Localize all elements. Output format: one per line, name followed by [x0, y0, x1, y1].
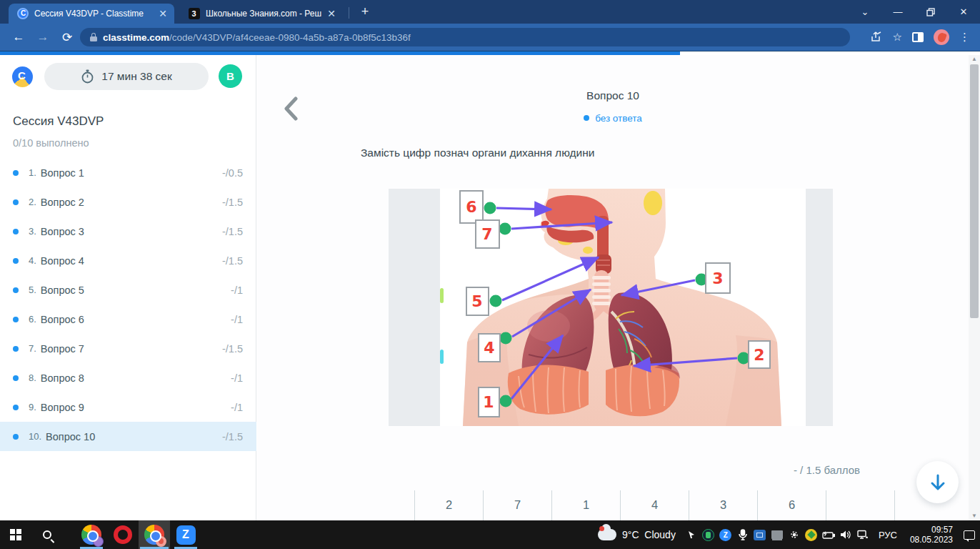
timer-pill: 17 мин 38 сек — [44, 63, 209, 90]
share-icon[interactable] — [871, 31, 883, 44]
taskbar-chrome-2-active[interactable] — [139, 520, 170, 549]
question-list-item[interactable]: 3. Вопрос 3 -/1.5 — [0, 217, 256, 246]
tray-diamond-icon[interactable] — [803, 520, 820, 549]
browser-profile-avatar[interactable] — [934, 29, 949, 45]
classtime-favicon-icon — [17, 8, 29, 19]
refresh-icon[interactable]: ⟳ — [57, 27, 77, 47]
answer-cell[interactable]: 2 — [414, 490, 483, 520]
minimize-button[interactable]: — — [881, 0, 914, 24]
question-list-item[interactable]: 2. Вопрос 2 -/1.5 — [0, 187, 256, 217]
question-label: Вопрос 10 — [46, 431, 95, 442]
question-list-item[interactable]: 10. Вопрос 10 -/1.5 — [0, 422, 256, 451]
new-tab-button[interactable]: + — [356, 4, 374, 20]
forward-nav-icon[interactable]: → — [33, 27, 53, 47]
tray-network-icon[interactable] — [854, 520, 871, 549]
tray-screen-record-icon[interactable] — [786, 520, 803, 549]
question-list-item[interactable]: 5. Вопрос 5 -/1 — [0, 275, 256, 305]
question-score: -/1.5 — [222, 226, 243, 237]
tab-close-icon[interactable]: ✕ — [159, 8, 167, 19]
back-nav-icon[interactable]: ← — [9, 27, 29, 47]
question-score: -/1 — [231, 314, 243, 325]
answer-cell[interactable]: 7 — [483, 490, 551, 520]
cursor-arrow-icon — [688, 530, 695, 539]
label-number-5: 5 — [471, 292, 482, 310]
question-number: 9. — [29, 402, 36, 412]
question-dot-icon — [13, 375, 19, 381]
language-indicator[interactable]: РУС — [871, 530, 904, 540]
action-center-button[interactable] — [959, 520, 980, 549]
label-dots — [484, 202, 750, 407]
answer-value: 7 — [514, 498, 521, 512]
taskbar-weather[interactable]: 9°C Cloudy — [591, 529, 683, 540]
znanija-favicon-icon — [189, 8, 200, 19]
close-window-button[interactable]: ✕ — [947, 0, 980, 24]
url-bar[interactable]: classtime.com/code/V43DVP/af4ceeae-0980-… — [80, 28, 850, 46]
question-list-item[interactable]: 6. Вопрос 6 -/1 — [0, 305, 256, 334]
user-avatar[interactable]: B — [219, 64, 242, 88]
question-list-item[interactable]: 7. Вопрос 7 -/1.5 — [0, 334, 256, 363]
scrollbar-up-icon[interactable]: ▲ — [969, 55, 980, 64]
scrollbar-thumb[interactable] — [970, 64, 979, 318]
tray-display-icon[interactable] — [769, 520, 786, 549]
question-score: -/1 — [231, 402, 243, 413]
answer-cell[interactable]: 6 — [757, 490, 826, 520]
question-number: 8. — [29, 372, 36, 383]
question-number: 2. — [29, 197, 36, 207]
tray-zoom-icon[interactable]: Z — [717, 520, 734, 549]
question-dot-icon — [13, 199, 19, 205]
browser-menu-icon[interactable]: ⋮ — [959, 31, 970, 44]
tray-microphone-icon[interactable] — [734, 520, 751, 549]
tab-classtime[interactable]: Сессия V43DVP - Classtime ✕ — [9, 4, 174, 24]
tray-remote-app-icon[interactable] — [751, 520, 769, 549]
taskbar-search-button[interactable] — [31, 520, 63, 549]
scrollbar-down-icon[interactable]: ▼ — [969, 512, 980, 520]
tray-volume-icon[interactable] — [837, 520, 854, 549]
answer-value: 1 — [583, 498, 589, 512]
chrome-icon — [144, 525, 164, 545]
answer-value: 2 — [446, 498, 452, 512]
search-icon — [43, 530, 51, 539]
lock-icon — [90, 33, 97, 41]
window-menu-chevron-icon[interactable]: ⌄ — [849, 0, 881, 24]
taskbar-clock[interactable]: 09:57 08.05.2023 — [904, 525, 959, 545]
answer-cell[interactable] — [826, 490, 894, 520]
session-title: Сессия V43DVP — [13, 114, 104, 129]
side-panel-icon[interactable] — [912, 32, 924, 42]
taskbar-opera[interactable] — [107, 520, 139, 549]
page-scrollbar[interactable]: ▲ ▼ — [969, 55, 980, 520]
answer-cell[interactable]: 3 — [689, 490, 757, 520]
question-list-item[interactable]: 9. Вопрос 9 -/1 — [0, 392, 256, 422]
stopwatch-icon — [81, 69, 94, 84]
question-score: -/1 — [231, 372, 243, 384]
scroll-down-button[interactable] — [916, 461, 959, 503]
down-arrow-icon — [930, 474, 946, 491]
question-number: 6. — [29, 314, 36, 325]
answer-cell[interactable]: 4 — [620, 490, 689, 520]
question-image: 6 7 5 4 1 3 2 — [389, 189, 833, 426]
extension-badge-icon — [93, 536, 104, 547]
tray-battery-icon[interactable] — [820, 520, 837, 549]
edge-sliver-cyan — [440, 350, 444, 364]
taskbar-zoom[interactable]: Z — [170, 520, 201, 549]
taskbar-chrome-1[interactable] — [76, 520, 107, 549]
label-number-7: 7 — [481, 225, 492, 243]
answer-cell[interactable]: 1 — [551, 490, 620, 520]
session-sidebar: 17 мин 38 сек B Сессия V43DVP 0/10 выпол… — [0, 55, 256, 520]
answer-value: 6 — [789, 498, 795, 512]
tab-close-icon[interactable]: ✕ — [327, 8, 336, 19]
tab-znanija[interactable]: Школьные Знания.com - Решае ✕ — [180, 4, 343, 24]
bookmark-star-icon[interactable]: ☆ — [893, 31, 902, 44]
show-hidden-icons-chevron[interactable] — [683, 520, 700, 549]
start-button[interactable] — [0, 520, 31, 549]
answers-row: 2 7 1 4 3 6 — [414, 490, 895, 520]
label-overlay: 6 7 5 4 1 3 2 — [389, 189, 833, 426]
label-number-1: 1 — [483, 393, 494, 411]
classtime-logo-icon — [12, 66, 33, 87]
restore-button[interactable] — [914, 0, 947, 24]
question-label: Вопрос 7 — [41, 343, 84, 355]
label-number-2: 2 — [754, 346, 764, 364]
question-list-item[interactable]: 4. Вопрос 4 -/1.5 — [0, 246, 256, 275]
tray-antivirus-icon[interactable] — [700, 520, 717, 549]
question-list-item[interactable]: 8. Вопрос 8 -/1 — [0, 363, 256, 392]
question-list-item[interactable]: 1. Вопрос 1 -/0.5 — [0, 158, 256, 187]
